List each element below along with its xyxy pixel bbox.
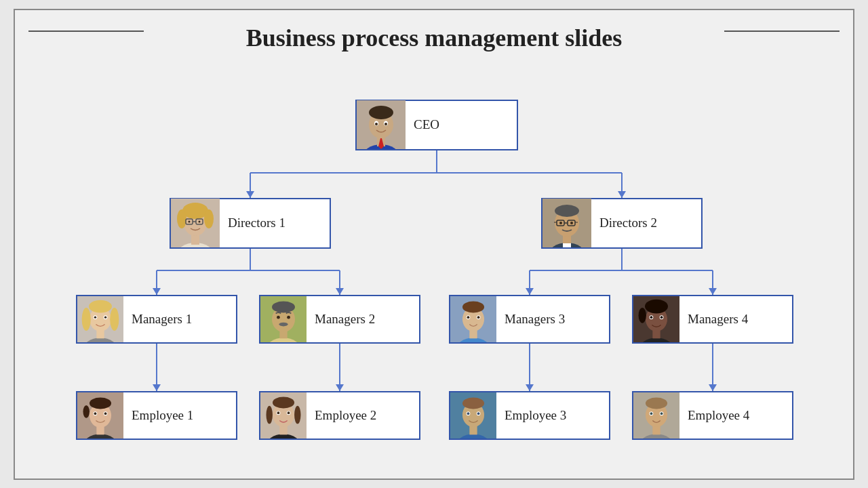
svg-point-71 bbox=[104, 316, 106, 318]
svg-point-67 bbox=[110, 308, 119, 331]
svg-point-103 bbox=[90, 397, 111, 409]
employee2-avatar bbox=[260, 392, 307, 439]
ceo-label: CEO bbox=[406, 117, 448, 132]
svg-point-107 bbox=[94, 412, 97, 415]
svg-point-114 bbox=[267, 405, 273, 423]
svg-marker-21 bbox=[336, 384, 344, 391]
svg-point-133 bbox=[646, 397, 667, 409]
employee1-label: Employee 1 bbox=[123, 408, 201, 423]
svg-point-53 bbox=[555, 205, 579, 217]
svg-point-108 bbox=[104, 412, 107, 415]
svg-point-31 bbox=[369, 106, 393, 119]
managers3-avatar bbox=[450, 296, 496, 342]
slide-container: Business process management slides bbox=[14, 9, 854, 480]
svg-point-124 bbox=[462, 397, 484, 409]
org-chart: CEO bbox=[22, 59, 846, 466]
svg-point-42 bbox=[204, 209, 214, 228]
slide-title: Business process management slides bbox=[22, 17, 846, 56]
managers2-label: Managers 2 bbox=[307, 312, 383, 327]
svg-point-60 bbox=[570, 222, 573, 224]
svg-point-77 bbox=[279, 322, 288, 326]
directors1-label: Directors 1 bbox=[220, 216, 294, 230]
svg-point-104 bbox=[83, 405, 90, 418]
svg-point-136 bbox=[650, 412, 653, 415]
managers1-avatar bbox=[77, 296, 123, 342]
svg-point-66 bbox=[82, 308, 91, 331]
employee4-avatar bbox=[633, 392, 679, 439]
svg-marker-17 bbox=[709, 288, 717, 295]
svg-point-87 bbox=[467, 316, 470, 319]
svg-marker-16 bbox=[526, 288, 534, 295]
managers3-node: Managers 3 bbox=[449, 295, 610, 344]
svg-marker-19 bbox=[153, 384, 161, 391]
ceo-node: CEO bbox=[355, 100, 518, 150]
svg-point-93 bbox=[645, 299, 668, 313]
employee1-node: Employee 1 bbox=[76, 391, 237, 440]
managers4-label: Managers 4 bbox=[679, 312, 756, 327]
svg-point-97 bbox=[650, 316, 653, 319]
managers4-node: Managers 4 bbox=[632, 295, 793, 344]
svg-point-34 bbox=[375, 123, 378, 125]
svg-marker-4 bbox=[246, 191, 254, 198]
ceo-avatar bbox=[357, 100, 406, 149]
directors1-node: Directors 1 bbox=[170, 198, 331, 249]
svg-point-128 bbox=[477, 412, 480, 415]
employee4-node: Employee 4 bbox=[632, 391, 793, 440]
managers2-avatar bbox=[260, 296, 307, 342]
managers1-label: Managers 1 bbox=[123, 312, 200, 327]
svg-point-113 bbox=[273, 396, 294, 408]
managers2-node: Managers 2 bbox=[259, 295, 420, 344]
svg-point-70 bbox=[94, 316, 96, 318]
employee2-node: Employee 2 bbox=[259, 391, 420, 440]
directors1-avatar bbox=[171, 199, 220, 247]
managers1-node: Managers 1 bbox=[76, 295, 237, 344]
svg-point-65 bbox=[89, 300, 112, 312]
svg-point-41 bbox=[177, 209, 186, 228]
svg-point-115 bbox=[294, 405, 300, 423]
svg-point-137 bbox=[660, 412, 663, 415]
employee3-avatar bbox=[450, 392, 496, 439]
employee3-node: Employee 3 bbox=[449, 391, 610, 440]
directors2-label: Directors 2 bbox=[591, 216, 665, 230]
svg-point-47 bbox=[199, 221, 201, 223]
svg-point-127 bbox=[467, 412, 470, 415]
svg-marker-5 bbox=[618, 191, 626, 198]
employee3-label: Employee 3 bbox=[496, 408, 574, 423]
managers3-label: Managers 3 bbox=[496, 312, 573, 327]
svg-point-35 bbox=[384, 123, 387, 125]
svg-point-78 bbox=[277, 315, 280, 319]
svg-marker-25 bbox=[709, 384, 717, 391]
svg-point-119 bbox=[288, 411, 290, 414]
directors2-node: Directors 2 bbox=[541, 198, 703, 249]
svg-point-59 bbox=[559, 222, 562, 224]
svg-point-94 bbox=[639, 308, 646, 323]
svg-point-118 bbox=[277, 411, 280, 414]
svg-point-84 bbox=[462, 301, 484, 312]
svg-marker-11 bbox=[336, 288, 344, 295]
svg-point-46 bbox=[189, 221, 191, 223]
employee1-avatar bbox=[77, 392, 123, 439]
directors2-avatar bbox=[542, 199, 591, 247]
svg-point-79 bbox=[287, 315, 290, 319]
svg-marker-10 bbox=[153, 288, 161, 295]
managers4-avatar bbox=[633, 296, 679, 342]
svg-point-98 bbox=[660, 316, 663, 319]
svg-marker-23 bbox=[526, 384, 534, 391]
svg-point-76 bbox=[272, 301, 295, 312]
employee4-label: Employee 4 bbox=[679, 408, 757, 423]
svg-point-88 bbox=[477, 316, 480, 319]
employee2-label: Employee 2 bbox=[307, 408, 384, 423]
